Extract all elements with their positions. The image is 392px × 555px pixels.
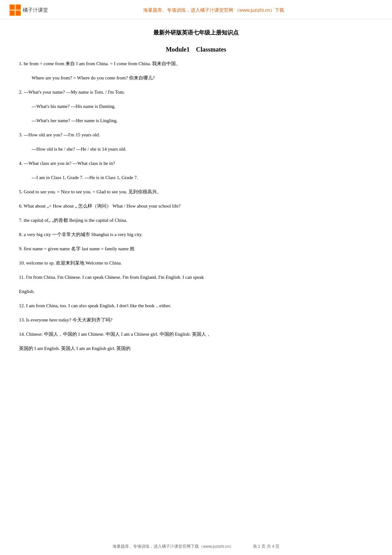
module-heading: Module1 Classmates <box>0 46 392 53</box>
svg-rect-4 <box>10 5 14 9</box>
item-8: 8. a very big city 一个非常大的城市 Shanghai is … <box>19 230 373 239</box>
item-7: 7. the capital of„ „的首都 Beijing is the c… <box>19 216 373 225</box>
page-wrapper: 橘子汁课堂 海量题库、专项训练，进入橘子汁课堂官网 （www.juzizhi.c… <box>0 0 392 555</box>
header: 橘子汁课堂 海量题库、专项训练，进入橘子汁课堂官网 （www.juzizhi.c… <box>0 0 392 19</box>
svg-rect-6 <box>10 11 14 15</box>
item-2-sub1: ---What's his name? ---His name is Damin… <box>19 102 373 111</box>
footer: 海量题库、专项训练，进入橘子汁课堂官网下载（www.juzizhi.cn） 第 … <box>0 544 392 549</box>
item-14-sub1: 英国的 I am English. 英国人 I am an English gi… <box>19 344 373 353</box>
item-3: 3. ---How old are you? ---I'm 15 years o… <box>19 131 373 139</box>
logo-area: 橘子汁课堂 <box>9 4 48 16</box>
logo-icon <box>9 4 21 16</box>
footer-left: 海量题库、专项训练，进入橘子汁课堂官网下载（www.juzizhi.cn） <box>113 544 234 549</box>
item-4: 4. ---What class are you in? ---What cla… <box>19 159 373 168</box>
item-6: 6. What about „= How about „ 怎么样（询问） Wha… <box>19 202 373 210</box>
page-title: 最新外研版英语七年级上册知识点 <box>153 29 239 36</box>
item-12: 12. I am from China, too. I can also spe… <box>19 302 373 310</box>
module-label: Module1 Classmates <box>166 46 226 53</box>
item-1: 1. be from = come from 来自 I am from Chin… <box>19 59 373 68</box>
content-area: 1. be from = come from 来自 I am from Chin… <box>0 59 392 377</box>
item-2-sub2: ---What's her name? ---Her name is Lingl… <box>19 116 373 125</box>
header-slogan: 海量题库、专项训练，进入橘子汁课堂官网 （www.juzizhi.cn）下载 <box>48 7 379 13</box>
item-3-sub: ---How old is he / she? ---He / she is 1… <box>19 145 373 153</box>
item-5: 5. Good to see you. = Nice to see you. =… <box>19 188 373 196</box>
item-2: 2. ---What's your name? ---My name is To… <box>19 88 373 97</box>
item-1-sub: Where are you from? = Where do you come … <box>19 74 373 82</box>
svg-rect-7 <box>16 11 20 15</box>
item-9: 9. first name = given name 名字 last name … <box>19 245 373 253</box>
page-title-area: 最新外研版英语七年级上册知识点 <box>0 29 392 36</box>
item-14: 14. Chinese: 中国人，中国的 I am Chinese. 中国人 I… <box>19 330 373 339</box>
item-4-sub: ---I am in Class 1, Grade 7. ---He is in… <box>19 173 373 182</box>
footer-right: 第 2 页 共 4 页 <box>253 544 280 549</box>
item-10: 10. welcome to sp. 欢迎来到某地 Welcome to Chi… <box>19 259 373 267</box>
item-13: 13. Is everyone here today? 今天大家到齐了吗? <box>19 316 373 324</box>
item-11: 11. I'm from China. I'm Chinese. I can s… <box>19 273 373 282</box>
svg-rect-5 <box>16 5 20 9</box>
item-11-sub: English. <box>19 287 373 296</box>
logo-text: 橘子汁课堂 <box>23 7 48 14</box>
